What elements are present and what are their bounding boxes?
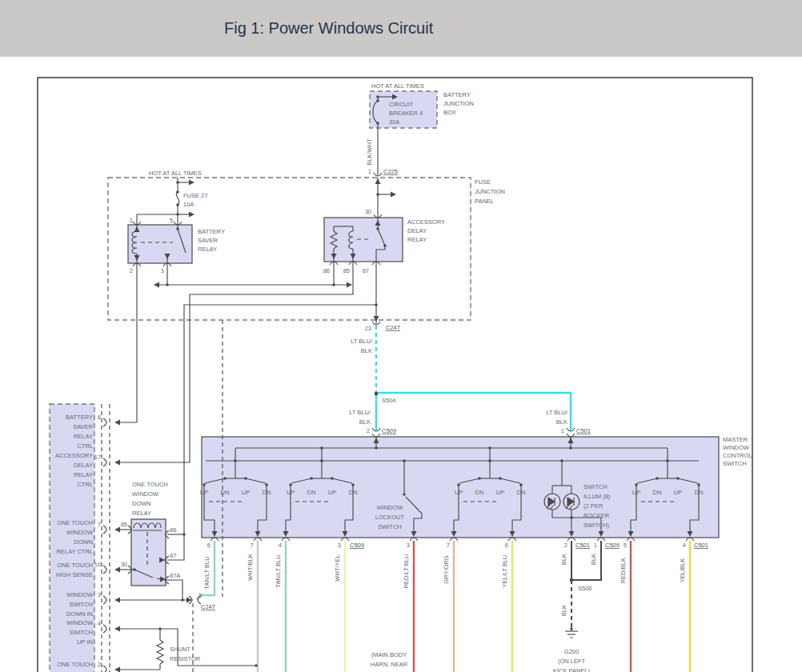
junction-dot bbox=[488, 459, 491, 462]
arrowhead bbox=[391, 192, 396, 198]
junction-dot bbox=[176, 190, 179, 194]
wire-red-lt-blu-label: RED/LT BLU bbox=[403, 554, 410, 589]
junction-dot bbox=[375, 303, 378, 306]
arrowhead bbox=[114, 460, 120, 466]
wire-gry-org-label: GRY/ORG bbox=[443, 555, 450, 583]
junction-dot bbox=[499, 477, 502, 480]
sidebar-pin-2: 2 bbox=[98, 661, 101, 668]
junction-dot bbox=[383, 244, 387, 247]
junction-dot bbox=[255, 664, 258, 667]
junction-dot bbox=[203, 483, 206, 486]
hot-at-all-times-panel: HOT AT ALL TIMES bbox=[149, 170, 202, 177]
arrowhead bbox=[375, 178, 381, 184]
junction-dot bbox=[488, 446, 491, 450]
wire-tan-lt-blu-label-1: TAN/LT BLU bbox=[203, 556, 211, 589]
pin-87-adr: 87 bbox=[363, 267, 369, 274]
arrowhead bbox=[114, 626, 120, 632]
junction-dot bbox=[403, 493, 406, 496]
connector-pin bbox=[103, 566, 106, 574]
updn: UP bbox=[287, 489, 295, 496]
wire-lt-blu-blk-label-3: LT BLU/BLK bbox=[546, 409, 568, 426]
pin-2-c501-msw: 2 bbox=[564, 542, 567, 549]
pin-1-c509-msw: 1 bbox=[594, 542, 597, 549]
junction-dot bbox=[166, 283, 169, 286]
junction-dot bbox=[376, 95, 379, 98]
junction-dot bbox=[570, 627, 573, 630]
conn-c225: C225 bbox=[383, 168, 398, 175]
junction-dot bbox=[176, 227, 179, 230]
pin-6b-msw: 6 bbox=[505, 542, 508, 549]
arrowhead bbox=[154, 282, 159, 288]
conn-c247: C247 bbox=[386, 324, 400, 331]
junction-dot bbox=[351, 483, 355, 486]
wire-yel-blk-label: YEL/BLK bbox=[679, 558, 686, 582]
junction-dot bbox=[332, 283, 335, 286]
master-window-label: MASTERWINDOWCONTROLSWITCH bbox=[723, 436, 752, 467]
conn-c509-bottom2: C509 bbox=[605, 542, 620, 549]
pin-7-msw: 7 bbox=[251, 542, 254, 549]
junction-dot bbox=[310, 477, 313, 480]
sidebar-pin-17: 17 bbox=[94, 454, 101, 461]
pin-4-c501-msw: 4 bbox=[683, 542, 686, 549]
junction-dot bbox=[158, 627, 162, 630]
connector-pin bbox=[103, 458, 106, 466]
arrowhead bbox=[114, 598, 120, 603]
junction-dot bbox=[519, 483, 523, 486]
wire-red-blk-label: RED/BLK bbox=[620, 558, 627, 583]
pin-30-otr: 30 bbox=[121, 561, 127, 568]
sidebar-pin-4: 4 bbox=[98, 620, 101, 627]
sidebar-pin-7: 7 bbox=[98, 521, 101, 528]
pin-2-c509: 2 bbox=[367, 427, 370, 434]
updn: DN bbox=[695, 489, 704, 496]
fuse-symbol bbox=[176, 192, 178, 205]
connector-pin bbox=[103, 666, 106, 672]
shunt-resistor-symbol bbox=[157, 640, 163, 664]
arrowhead bbox=[189, 180, 194, 186]
junction-dot bbox=[176, 213, 179, 216]
pin-5-msw: 5 bbox=[624, 542, 627, 549]
junction-dot bbox=[181, 598, 184, 602]
pin-30-adr: 30 bbox=[365, 208, 371, 215]
junction-dot bbox=[320, 446, 323, 450]
pin-87a-otr: 87A bbox=[170, 572, 180, 579]
pin-3-msw: 3 bbox=[407, 542, 410, 549]
wire-blk-label-2: BLK bbox=[590, 554, 597, 565]
conn-c501-bottom3: C501 bbox=[694, 542, 708, 549]
wire-wht-yel-label: WHT/YEL bbox=[334, 554, 341, 581]
adr-ctrl-wire bbox=[116, 262, 353, 462]
splice-s504 bbox=[375, 392, 379, 396]
splice-s504-label: S504 bbox=[382, 397, 396, 404]
sidebar-pin-10: 10 bbox=[94, 561, 101, 568]
pin-85-adr: 85 bbox=[343, 267, 350, 274]
one-touch-relay-label: ONE TOUCHWINDOWDOWNRELAY bbox=[132, 481, 168, 517]
pin-7b-msw: 7 bbox=[447, 542, 450, 549]
sidebar-pin-8: 8 bbox=[98, 414, 101, 421]
junction-dot bbox=[403, 459, 406, 462]
wire-blk-label-1: BLK bbox=[560, 554, 567, 565]
fuse-27-label: FUSE 2710A bbox=[183, 192, 207, 208]
updn: UP bbox=[200, 489, 208, 496]
updn: UP bbox=[328, 489, 336, 496]
pin-2-c247: 2 bbox=[198, 592, 202, 599]
updn: DN bbox=[653, 489, 662, 496]
junction-dot bbox=[289, 483, 292, 486]
wire-blk-label-3: BLK bbox=[560, 605, 567, 616]
conn-c501-top: C501 bbox=[576, 427, 591, 434]
hot-at-all-times-top: HOT AT ALL TIMES bbox=[371, 82, 424, 90]
splice-s500-label: S500 bbox=[578, 585, 592, 592]
window-lockout-label: WINDOWLOCKOUTSWITCH bbox=[375, 504, 405, 530]
pin-6-msw: 6 bbox=[207, 542, 211, 549]
junction-dot bbox=[176, 203, 179, 206]
junction-dot bbox=[182, 533, 186, 536]
updn: DN bbox=[263, 489, 271, 496]
sidebar-window-down: WINDOWSWITCHDOWN IN bbox=[66, 591, 94, 618]
junction-dot bbox=[234, 459, 237, 462]
bsr-ctrl-wire bbox=[116, 263, 137, 422]
connector-pin bbox=[103, 596, 106, 604]
arrowhead bbox=[114, 567, 120, 573]
splice-s500 bbox=[570, 578, 574, 582]
updn: DN bbox=[517, 489, 526, 496]
wire-tan-lt-blu-label-2: TAN/LT BLU bbox=[275, 554, 282, 587]
updn: DN bbox=[221, 489, 230, 496]
wire-yel-lt-blu-label: YEL/LT BLU bbox=[501, 555, 508, 588]
